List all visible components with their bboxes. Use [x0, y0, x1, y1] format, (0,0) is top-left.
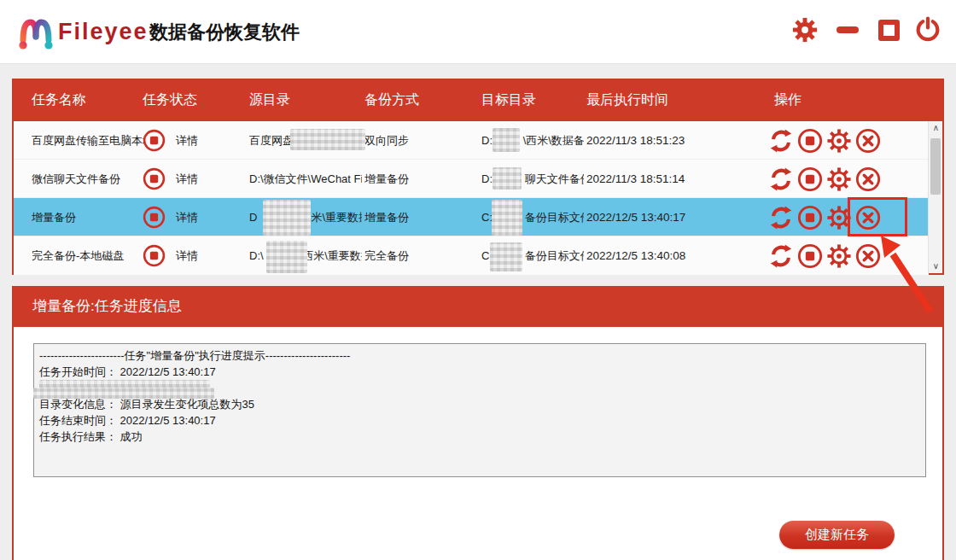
table-row[interactable]: 完全备份-本地磁盘 详情 D:\\西米\重要数据... 完全备份 C:\备份目标… [14, 236, 929, 275]
fileyee-logo-icon [17, 13, 55, 52]
target-dir-suffix: 备份目标文件夹 [525, 210, 584, 225]
progress-log[interactable]: -----------------------任务"增量备份"执行进度提示---… [33, 343, 926, 477]
task-name: 完全备份-本地磁盘 [32, 236, 144, 275]
sync-icon[interactable] [768, 243, 794, 269]
delete-icon[interactable] [855, 128, 881, 154]
stop-status-icon [143, 129, 166, 152]
scroll-down-icon[interactable]: ∨ [929, 260, 943, 273]
detail-link[interactable]: 详情 [176, 133, 198, 149]
settings-icon[interactable] [826, 166, 852, 192]
table-scrollbar[interactable]: ∧ ∨ [928, 121, 942, 273]
settings-icon[interactable] [826, 128, 852, 154]
header-task-name: 任务名称 [32, 91, 86, 109]
detail-link[interactable]: 详情 [176, 172, 198, 187]
maximize-icon[interactable] [874, 15, 903, 44]
censor-mosaic [493, 167, 522, 190]
detail-link[interactable]: 详情 [176, 210, 198, 225]
delete-icon[interactable] [855, 205, 881, 230]
header-operations: 操作 [774, 91, 802, 109]
table-row-selected[interactable]: 增量备份 详情 D西米\重要数据... 增量备份 C:\备份目标文件夹 2022… [14, 198, 929, 236]
source-dir: 百度网盘 [249, 133, 294, 149]
minimize-icon[interactable] [833, 15, 862, 44]
settings-gear-icon[interactable] [790, 15, 819, 44]
delete-icon[interactable] [855, 243, 881, 269]
target-dir-suffix: 聊天文件备份 [525, 172, 584, 187]
backup-method: 双向同步 [364, 121, 450, 160]
sync-icon[interactable] [768, 205, 794, 230]
header-backup-method: 备份方式 [364, 91, 419, 109]
table-row[interactable]: 百度网盘传输至电脑本地 详情 百度网盘/D... 双向同步 D:\\西米\数据备… [14, 121, 929, 160]
settings-icon[interactable] [826, 205, 852, 230]
censor-mosaic [490, 242, 522, 271]
source-dir: D [249, 211, 257, 224]
log-line: 任务执行结果： 成功 [39, 429, 920, 445]
settings-icon[interactable] [826, 243, 852, 269]
last-run-time: 2022/12/5 13:40:08 [586, 236, 723, 275]
task-name: 百度网盘传输至电脑本地 [32, 121, 144, 160]
detail-link[interactable]: 详情 [176, 248, 198, 264]
source-dir-suffix: \西米\重要数据... [300, 248, 362, 264]
progress-panel-title: 增量备份:任务进度信息 [14, 286, 942, 327]
task-name: 增量备份 [32, 198, 144, 236]
delete-icon[interactable] [855, 166, 881, 192]
stop-icon[interactable] [797, 243, 823, 269]
stop-icon[interactable] [797, 128, 823, 154]
last-run-time: 2022/11/3 18:51:14 [586, 160, 723, 198]
header-last-run-time: 最后执行时间 [586, 91, 668, 109]
header-target-dir: 目标目录 [481, 91, 536, 109]
header-source-dir: 源目录 [249, 91, 290, 109]
censor-mosaic [263, 200, 311, 236]
stop-status-icon [143, 167, 166, 190]
target-dir-suffix: \西米\数据备... [523, 133, 584, 149]
backup-method: 增量备份 [364, 198, 450, 236]
app-title: 数据备份恢复软件 [149, 20, 300, 45]
censor-mosaic [33, 388, 214, 399]
stop-icon[interactable] [797, 166, 823, 192]
log-line: 任务开始时间： 2022/12/5 13:40:17 [39, 364, 920, 380]
source-dir: D:\微信文件\WeChat Fi... [249, 160, 362, 198]
censor-mosaic [290, 129, 365, 150]
log-line: -----------------------任务"增量备份"执行进度提示---… [39, 347, 920, 364]
sync-icon[interactable] [768, 128, 794, 154]
target-dir-suffix: 备份目标文件夹 [525, 248, 584, 264]
last-run-time: 2022/12/5 13:40:17 [586, 198, 723, 236]
backup-method: 完全备份 [364, 236, 450, 275]
stop-icon[interactable] [797, 205, 823, 230]
source-dir: D:\ [249, 249, 264, 262]
censor-mosaic [266, 241, 307, 273]
task-table: 任务名称 任务状态 源目录 备份方式 目标目录 最后执行时间 操作 百度网盘传输… [12, 79, 944, 275]
censor-mosaic [493, 128, 520, 152]
table-header: 任务名称 任务状态 源目录 备份方式 目标目录 最后执行时间 操作 [14, 80, 942, 121]
scrollbar-thumb[interactable] [930, 138, 941, 195]
backup-method: 增量备份 [364, 160, 450, 198]
power-close-icon[interactable] [913, 15, 942, 44]
censor-mosaic [492, 200, 522, 236]
brand-name: Fileyee [58, 19, 149, 45]
stop-status-icon [143, 244, 166, 267]
create-new-task-button[interactable]: 创建新任务 [779, 521, 895, 549]
stop-status-icon [143, 206, 166, 229]
task-name: 微信聊天文件备份 [32, 160, 144, 198]
last-run-time: 2022/11/3 18:51:23 [586, 121, 723, 160]
progress-panel: 增量备份:任务进度信息 -----------------------任务"增量… [12, 286, 944, 560]
sync-icon[interactable] [768, 166, 794, 192]
title-bar: Fileyee 数据备份恢复软件 [0, 0, 956, 64]
log-line: 任务结束时间： 2022/12/5 13:40:17 [39, 412, 920, 429]
header-task-status: 任务状态 [143, 91, 197, 109]
table-row[interactable]: 微信聊天文件备份 详情 D:\微信文件\WeChat Fi... 增量备份 D:… [14, 160, 929, 198]
scroll-up-icon[interactable]: ∧ [929, 121, 943, 135]
